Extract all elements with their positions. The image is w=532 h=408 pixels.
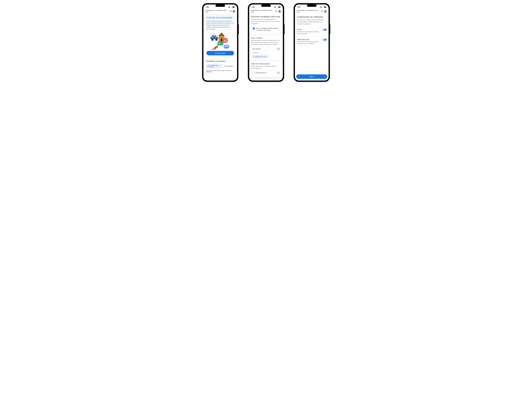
avatar[interactable] — [324, 10, 327, 13]
intro-block: Encontrar resultados sobre você Adicione… — [249, 14, 283, 34]
push-switch[interactable] — [322, 39, 327, 41]
push-toggle-label: Notificações push — [297, 39, 321, 40]
status-bar: 1:00 — [295, 4, 328, 9]
avatar[interactable] — [232, 10, 235, 13]
address-input-row[interactable] — [251, 70, 281, 75]
svg-rect-20 — [212, 49, 216, 50]
svg-text:@: @ — [224, 39, 227, 42]
chip-reviewed[interactable]: Analisados — [223, 64, 234, 69]
list-icon — [207, 66, 209, 67]
plus-icon: + — [253, 56, 254, 58]
home-icon — [252, 72, 254, 74]
wifi-icon — [230, 6, 232, 8]
intro-line-1: Adicione seus dados de contato pessoais. — [251, 18, 281, 20]
info-text: Edite as configurações para atualizar ou… — [256, 27, 279, 31]
intro-line-2: Vamos conferir se eles aparecem nos resu… — [251, 20, 281, 25]
hero-description: Estamos aqui para ajudar você a encontra… — [206, 20, 234, 30]
screen-3: 1:00 Privacidade nos resultados sobre vo… — [295, 4, 328, 81]
notification-settings-sub: Escolha como você quer receber notificaç… — [297, 19, 327, 25]
apps-grid-icon[interactable] — [230, 10, 231, 12]
avatar[interactable] — [278, 10, 281, 13]
status-icons — [228, 6, 235, 8]
chip-label: Resultados para analisar — [209, 65, 221, 68]
chip-row: Resultados para analisar Analisados — [206, 64, 234, 69]
push-toggle-row: Notificações push Receba alertas no Goog… — [295, 37, 328, 47]
hero-illustration: @ — [206, 31, 234, 50]
svg-rect-19 — [224, 48, 228, 49]
name-field-label: Nome completo* — [251, 37, 281, 39]
contact-field-label: Dados de contato pessoal — [251, 63, 281, 65]
email-toggle-label: E-mail — [297, 29, 321, 30]
status-time: 1:00 — [297, 6, 300, 8]
status-time: 1:00 — [251, 6, 255, 8]
wifi-icon — [322, 6, 323, 8]
battery-icon — [232, 7, 235, 8]
svg-point-7 — [211, 39, 213, 41]
page-title: Privacidade nos resultados sobre você — [297, 9, 320, 13]
page-title: Privacidade nos resultados sobre você — [205, 9, 229, 13]
check-icon — [225, 66, 226, 67]
screen-1: 1:00 Privacidade nos resultados sobre vo… — [204, 4, 237, 81]
app-header: Privacidade nos resultados sobre você — [249, 9, 283, 14]
apps-grid-icon[interactable] — [275, 10, 277, 12]
results-card: Resultados encontrados Resultados para a… — [204, 58, 236, 74]
required-hint: *Obrigatório — [252, 52, 281, 53]
results-footer-note: Adicione seus dados para receber e anali… — [206, 70, 234, 72]
app-header: Privacidade nos resultados sobre você — [204, 9, 237, 14]
full-name-input[interactable] — [252, 48, 276, 50]
phone-mockup-3: 1:00 Privacidade nos resultados sobre vo… — [294, 3, 330, 82]
svg-rect-11 — [217, 42, 223, 45]
save-button[interactable]: Salvar — [296, 74, 327, 79]
battery-icon — [278, 7, 281, 8]
find-results-heading: Encontrar resultados sobre você — [251, 16, 281, 18]
notification-header: Configurações de notificação Escolha com… — [295, 14, 328, 27]
app-header: Privacidade nos resultados sobre você — [295, 9, 328, 14]
content-area: Controle sua privacidade Estamos aqui pa… — [204, 14, 237, 81]
contact-field-hint: Informe pelo menos um dos seus dados de … — [251, 65, 281, 69]
phone-mockup-2: 1:00 Privacidade nos resultados sobre vo… — [248, 3, 284, 82]
clear-name-icon[interactable] — [277, 48, 280, 50]
contact-block: Dados de contato pessoal Informe pelo me… — [249, 61, 283, 77]
battery-icon — [324, 7, 326, 8]
add-name-label: Adicionar um nome — [255, 56, 267, 58]
notification-settings-heading: Configurações de notificação — [297, 16, 327, 18]
address-input[interactable] — [256, 72, 276, 74]
info-box[interactable]: G Edite as configurações para atualizar … — [251, 26, 281, 33]
email-toggle-desc: Receba um e-mail quando seus dados forem… — [297, 31, 321, 35]
hero-card: Controle sua privacidade Estamos aqui pa… — [204, 14, 236, 57]
status-time: 1:00 — [206, 6, 209, 8]
svg-point-8 — [215, 39, 217, 41]
chip-results-to-review[interactable]: Resultados para analisar — [206, 64, 222, 69]
screen-2: 1:00 Privacidade nos resultados sobre vo… — [249, 4, 283, 81]
svg-point-1 — [213, 33, 215, 35]
add-name-button[interactable]: + Adicionar um nome — [251, 55, 268, 59]
push-toggle-desc: Receba alertas no Google app quando seus… — [297, 41, 321, 45]
name-field-hint: Adicione qualquer nome que alguém possa … — [251, 39, 281, 45]
email-switch[interactable] — [322, 29, 327, 31]
content-area: Configurações de notificação Escolha com… — [295, 14, 328, 81]
apps-grid-icon[interactable] — [321, 10, 323, 12]
shield-icon: G — [253, 27, 255, 30]
results-title: Resultados encontrados — [206, 60, 234, 62]
wifi-icon — [276, 6, 278, 8]
save-footer: Salvar — [296, 74, 327, 79]
status-bar: 1:00 — [249, 4, 283, 9]
email-toggle-row: E-mail Receba um e-mail quando seus dado… — [295, 27, 328, 37]
status-icons — [320, 6, 326, 8]
status-bar: 1:00 — [204, 4, 237, 9]
clear-address-icon[interactable] — [277, 72, 280, 74]
content-area: Encontrar resultados sobre você Adicione… — [249, 14, 283, 81]
svg-point-18 — [225, 44, 228, 47]
hero-title: Controle sua privacidade — [206, 16, 234, 19]
svg-rect-13 — [219, 44, 222, 44]
cellular-signal-icon — [228, 7, 230, 8]
page-title: Privacidade nos resultados sobre você — [251, 9, 275, 13]
name-input-row[interactable] — [251, 47, 281, 51]
cellular-signal-icon — [274, 7, 276, 8]
phone-mockup-1: 1:00 Privacidade nos resultados sobre vo… — [202, 3, 238, 82]
push-toggle-text: Notificações push Receba alertas no Goog… — [297, 39, 321, 45]
get-started-button[interactable]: Começar agora — [206, 51, 234, 55]
cellular-signal-icon — [320, 7, 321, 8]
status-icons — [274, 6, 281, 8]
svg-rect-6 — [212, 35, 216, 37]
